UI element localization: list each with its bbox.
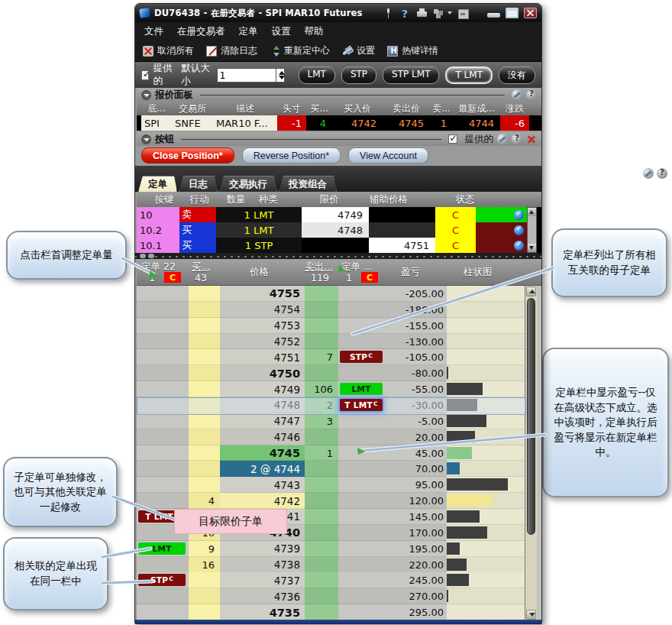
ladder-cell-price[interactable]: 4743: [220, 477, 305, 493]
wrench-icon[interactable]: [643, 168, 654, 179]
ladder-row-4747[interactable]: 47473-5.00: [137, 413, 525, 429]
ladder-cell-bid-size[interactable]: [189, 397, 220, 413]
order-aux-price[interactable]: [369, 222, 435, 238]
order-key[interactable]: 10: [137, 207, 179, 222]
ladder-cell-ask-size[interactable]: [305, 572, 338, 588]
order-cancel-badge[interactable]: C: [435, 222, 476, 238]
order-status-cell[interactable]: [476, 238, 527, 253]
ladder-cell-orders-left[interactable]: [137, 413, 189, 429]
splitter-down-button[interactable]: [148, 254, 154, 258]
ladder-cell-orders-right[interactable]: [338, 429, 386, 445]
ladder-cell-bid-size[interactable]: 9: [189, 541, 220, 557]
ladder-cell-price[interactable]: 4747: [220, 413, 305, 429]
ladder-col-pnl[interactable]: 盈亏: [401, 266, 420, 279]
tab-2[interactable]: 交易执行: [219, 176, 277, 192]
transmit-check-icon[interactable]: [514, 225, 524, 235]
chevron-down-icon[interactable]: [447, 11, 452, 15]
ladder-cell-price[interactable]: 4746: [220, 429, 305, 445]
ladder-cell-orders-right[interactable]: [338, 302, 386, 318]
order-type-没有[interactable]: 没有: [499, 66, 535, 84]
ladder-cell-price[interactable]: 4748: [220, 397, 305, 413]
ladder-cell-orders-left[interactable]: [137, 381, 189, 397]
ladder-cell-ask-size[interactable]: [305, 302, 338, 318]
ladder-cell-bid-size[interactable]: [189, 604, 220, 620]
order-badge-lmt[interactable]: LMT: [138, 542, 186, 555]
ladder-cell-price[interactable]: 4735: [220, 604, 305, 620]
ladder-cell-ask-size[interactable]: 106: [305, 381, 338, 397]
action-button-view-account[interactable]: View Account: [348, 147, 428, 164]
order-action[interactable]: 买: [179, 238, 216, 253]
order-row-10.1[interactable]: 10.1买1 STP4751C: [137, 238, 541, 253]
menu-item-2[interactable]: 定单: [239, 25, 258, 38]
quote-cell-exchange[interactable]: SNFE: [172, 115, 213, 131]
ladder-cell-bid-size[interactable]: 16: [189, 557, 220, 573]
order-qty-type[interactable]: 1 STP: [216, 238, 302, 253]
blocks-icon[interactable]: [433, 8, 444, 19]
close-button[interactable]: [524, 8, 537, 18]
ladder-cell-bid-size[interactable]: [189, 349, 220, 365]
order-badge-t-lmt[interactable]: T LMTC: [340, 399, 383, 411]
ladder-row-4746[interactable]: 474620.00: [137, 429, 525, 445]
quote-header-5[interactable]: 买入价: [332, 102, 383, 115]
title-bar[interactable]: DU76438 - 在册交易者 - SPI MAR10 Futures: [135, 4, 541, 22]
collapse-icon[interactable]: [141, 134, 151, 144]
ladder-row-4743[interactable]: 474395.00: [137, 477, 525, 493]
ladder-cell-bid-size[interactable]: [189, 588, 220, 604]
ladder-row-4737[interactable]: 4737245.00STPC: [137, 572, 525, 588]
ladder-row-4736[interactable]: 4736270.00: [137, 588, 525, 604]
pin-icon[interactable]: [383, 8, 394, 19]
ladder-cell-price[interactable]: 4739: [220, 541, 305, 557]
ladder-cell-price[interactable]: 4750: [220, 365, 305, 381]
ladder-cell-bid-size[interactable]: [189, 429, 220, 445]
orders-header-4[interactable]: 限价: [297, 193, 361, 206]
ladder-row-4755[interactable]: 4755-205.00: [137, 286, 525, 302]
close-icon[interactable]: [526, 134, 537, 144]
ladder-cell-bid-size[interactable]: [189, 381, 220, 397]
ladder-orders-left-cancel-badge[interactable]: C: [164, 272, 181, 283]
ladder-row-4751[interactable]: 47517-105.00STPC: [137, 349, 525, 365]
ladder-row-4735[interactable]: 4735295.00: [137, 604, 525, 620]
quote-header-4[interactable]: 买...: [306, 102, 332, 115]
quote-cell-ask[interactable]: 4745: [383, 115, 430, 131]
ladder-cell-ask-size[interactable]: [305, 493, 338, 509]
ladder-cell-bid-size[interactable]: [189, 445, 220, 461]
orders-header-3[interactable]: 种类: [236, 193, 300, 206]
ladder-cell-ask-size[interactable]: [305, 365, 338, 381]
splitter-handle[interactable]: [135, 253, 541, 259]
order-action[interactable]: 买: [179, 222, 216, 238]
ladder-cell-price[interactable]: 4738: [220, 557, 305, 573]
ladder-cell-price[interactable]: 4753: [220, 318, 305, 334]
order-badge-stp[interactable]: STPC: [340, 351, 383, 363]
ladder-orders-right-cancel-badge[interactable]: C: [361, 272, 378, 283]
order-type-t-lmt[interactable]: T LMT: [445, 66, 493, 84]
ladder-col-bar[interactable]: 柱状图: [464, 266, 493, 279]
ladder-cell-price[interactable]: 4749: [220, 381, 305, 397]
scroll-down-icon[interactable]: [528, 244, 536, 252]
ladder-cell-orders-left[interactable]: [137, 349, 189, 365]
quote-header-3[interactable]: 头寸: [277, 102, 306, 115]
ladder-cell-ask-size[interactable]: [305, 604, 338, 620]
ladder-cell-ask-size[interactable]: 3: [305, 413, 338, 429]
ladder-header[interactable]: 定单 22 1 C 买... 43 价格 卖出... 119 定单 ... 1 …: [137, 259, 541, 285]
ladder-cell-ask-size[interactable]: [305, 557, 338, 573]
ladder-cell-orders-left[interactable]: [137, 286, 189, 302]
ladder-cell-orders-right[interactable]: [338, 286, 386, 302]
ladder-cell-ask-size[interactable]: [305, 334, 338, 350]
quote-header-8[interactable]: 最新成...: [453, 102, 500, 115]
help-icon[interactable]: [512, 134, 522, 144]
ladder-cell-price[interactable]: 4754: [220, 302, 305, 318]
order-cancel-badge[interactable]: C: [435, 207, 476, 222]
ladder-cell-orders-left[interactable]: [137, 397, 189, 413]
ladder-cell-price[interactable]: 4742: [220, 493, 305, 509]
quote-header-7[interactable]: 卖...: [430, 102, 453, 115]
ladder-row-4745[interactable]: 4745145.00: [137, 445, 525, 461]
transmit-check-icon[interactable]: [514, 210, 524, 220]
ladder-cell-orders-right[interactable]: [338, 445, 386, 461]
ladder-cell-orders-right[interactable]: [338, 525, 386, 541]
quote-table-row[interactable]: SPISNFEMAR10 F...-144742474514744-6: [137, 115, 541, 131]
quote-header-2[interactable]: 描述: [213, 102, 277, 115]
ladder-cell-orders-left[interactable]: [137, 461, 189, 477]
order-key[interactable]: 10.1: [137, 238, 179, 253]
ladder-cell-ask-size[interactable]: [305, 509, 338, 525]
maximize-button[interactable]: [506, 8, 519, 18]
